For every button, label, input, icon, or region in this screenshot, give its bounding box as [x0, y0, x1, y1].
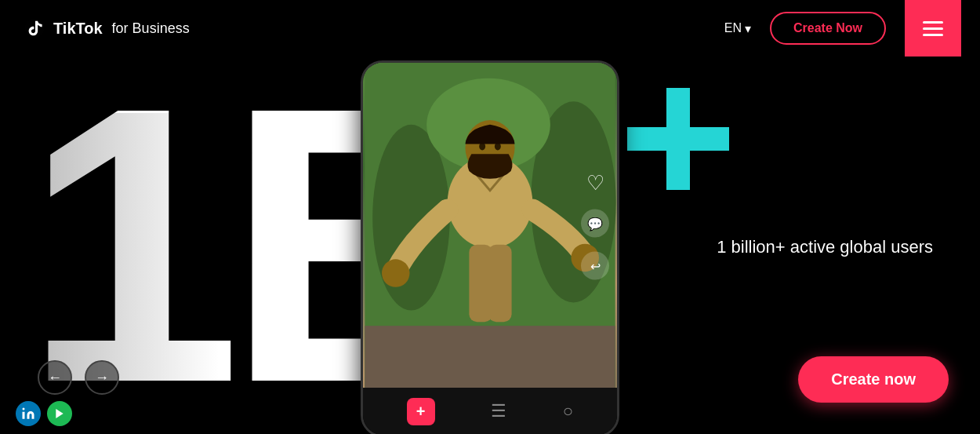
nav-logo[interactable]: TikTok for Business	[22, 16, 190, 41]
hamburger-icon	[923, 21, 943, 36]
svg-point-15	[23, 408, 25, 410]
lang-label: EN	[724, 21, 742, 35]
stats-text: 1 billion+ active global users	[717, 237, 933, 257]
svg-rect-1	[627, 127, 729, 151]
phone-profile-icon[interactable]: ○	[563, 401, 573, 421]
nav-arrow-right[interactable]: →	[85, 360, 119, 395]
play-icon[interactable]	[47, 401, 72, 426]
person-svg	[363, 63, 617, 388]
svg-point-9	[382, 259, 409, 286]
right-arrow-icon: →	[95, 370, 109, 386]
phone-ui-overlay: ♡ 💬 ↩	[581, 171, 609, 280]
svg-marker-16	[56, 409, 63, 418]
comment-icon: 💬	[581, 210, 609, 238]
nav-right: EN ▾ Create Now	[724, 0, 961, 57]
hamburger-menu-button[interactable]	[905, 0, 961, 57]
phone-add-icon: +	[416, 403, 426, 421]
heart-icon: ♡	[586, 171, 604, 195]
hero-section: 1B	[0, 57, 980, 434]
svg-rect-6	[365, 326, 615, 388]
brand-suffix: for Business	[112, 20, 190, 37]
create-now-button[interactable]: Create Now	[770, 12, 886, 45]
video-background: ♡ 💬 ↩	[363, 63, 617, 388]
phone-inbox-icon[interactable]: ☰	[491, 401, 506, 421]
stats-label: 1 billion+ active global users	[717, 237, 933, 257]
language-selector[interactable]: EN ▾	[724, 21, 751, 36]
phone-frame: ♡ 💬 ↩ + ☰ ○	[361, 60, 619, 434]
tiktok-logo-icon	[22, 16, 47, 41]
svg-rect-12	[488, 245, 512, 323]
brand-name: TikTok	[53, 20, 103, 38]
phone-add-button[interactable]: +	[407, 398, 435, 425]
cyan-plus-icon	[627, 88, 729, 193]
create-now-bottom-button[interactable]: Create now	[798, 356, 949, 403]
navbar: TikTok for Business EN ▾ Create Now	[0, 0, 980, 57]
linkedin-icon[interactable]	[16, 401, 41, 426]
nav-arrow-left[interactable]: ←	[38, 360, 72, 395]
share-icon: ↩	[581, 252, 609, 280]
phone-bottom-bar: + ☰ ○	[363, 388, 617, 434]
bottom-left-icons	[16, 401, 72, 426]
lang-chevron-icon: ▾	[745, 21, 751, 36]
phone-mockup: ♡ 💬 ↩ + ☰ ○	[361, 60, 619, 434]
phone-video-content: ♡ 💬 ↩	[363, 63, 617, 388]
left-arrow-icon: ←	[48, 370, 62, 386]
